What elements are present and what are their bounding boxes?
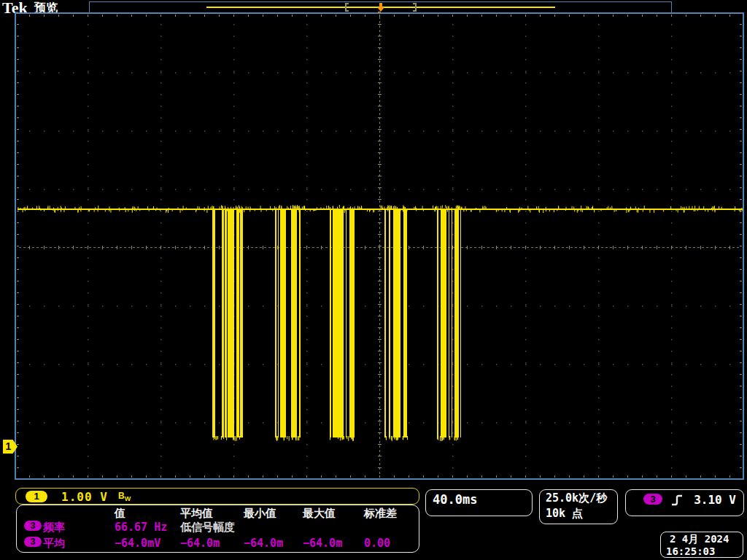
channel1-waveform-trace bbox=[16, 14, 743, 478]
trigger-source-badge: 3 bbox=[643, 494, 662, 505]
measurement-table: 值 平均值 最小值 最大值 标准差 3 频率 66.67 Hz 低信号幅度 3 … bbox=[16, 505, 419, 553]
channel1-readout[interactable]: 1 1.00 V BW bbox=[15, 488, 419, 505]
channel1-scale-value: 1.00 V bbox=[61, 490, 108, 504]
meas-mean: −64.0m bbox=[180, 537, 220, 550]
sample-rate-value: 25.0k次/秒 bbox=[546, 491, 607, 505]
horizontal-scale-readout[interactable]: 40.0ms bbox=[425, 489, 533, 516]
meas-header-max: 最大值 bbox=[303, 507, 336, 521]
acquisition-readout[interactable]: 25.0k次/秒 10k 点 bbox=[539, 489, 618, 524]
meas-min: −64.0m bbox=[244, 537, 283, 550]
meas-source-badge: 3 bbox=[24, 537, 42, 547]
date-value: 2 4月 2024 bbox=[670, 533, 729, 546]
trigger-readout[interactable]: 3 3.10 V bbox=[625, 489, 744, 516]
channel1-ground-marker[interactable]: 1 bbox=[3, 440, 18, 454]
time-value: 16:25:03 bbox=[666, 545, 715, 557]
horizontal-scale-value: 40.0ms bbox=[433, 492, 477, 507]
meas-header-value: 值 bbox=[115, 507, 125, 521]
meas-source-badge: 3 bbox=[24, 521, 42, 531]
trigger-level-value: 3.10 V bbox=[694, 493, 736, 507]
meas-max: −64.0m bbox=[303, 537, 342, 550]
meas-stddev: 0.00 bbox=[364, 537, 390, 550]
waveform-display-area: 1 bbox=[15, 12, 744, 480]
meas-value: 66.67 Hz bbox=[115, 521, 167, 534]
meas-value: −64.0mV bbox=[115, 537, 160, 550]
meas-status-message: 低信号幅度 bbox=[180, 521, 235, 534]
meas-header-mean: 平均值 bbox=[180, 507, 213, 521]
meas-name: 平均 bbox=[43, 537, 65, 551]
datetime-readout[interactable]: 2 4月 2024 16:25:03 bbox=[660, 532, 743, 558]
bandwidth-limit-icon: BW bbox=[118, 491, 131, 502]
rising-edge-icon bbox=[671, 494, 683, 510]
record-length-value: 10k 点 bbox=[546, 507, 583, 521]
channel1-badge: 1 bbox=[26, 491, 47, 502]
meas-header-stddev: 标准差 bbox=[364, 507, 397, 521]
record-overview-graphic bbox=[90, 2, 671, 12]
meas-header-min: 最小值 bbox=[244, 507, 276, 521]
oscilloscope-screen: Tek 预览 1 1 1.00 V BW 40.0ms 25.0k次/秒 10k… bbox=[0, 0, 747, 560]
meas-name: 频率 bbox=[43, 521, 65, 534]
